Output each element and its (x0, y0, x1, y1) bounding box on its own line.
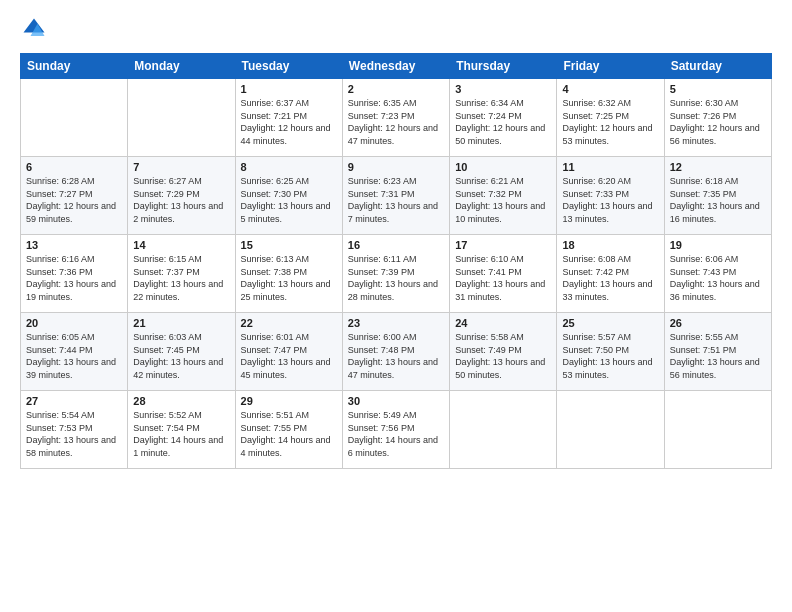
day-detail: Sunrise: 5:51 AM Sunset: 7:55 PM Dayligh… (241, 409, 337, 459)
calendar: SundayMondayTuesdayWednesdayThursdayFrid… (20, 53, 772, 469)
day-number: 5 (670, 83, 766, 95)
calendar-cell: 29Sunrise: 5:51 AM Sunset: 7:55 PM Dayli… (235, 391, 342, 469)
weekday-header-thursday: Thursday (450, 54, 557, 79)
weekday-header-saturday: Saturday (664, 54, 771, 79)
calendar-cell: 13Sunrise: 6:16 AM Sunset: 7:36 PM Dayli… (21, 235, 128, 313)
calendar-cell: 14Sunrise: 6:15 AM Sunset: 7:37 PM Dayli… (128, 235, 235, 313)
calendar-cell (557, 391, 664, 469)
day-number: 6 (26, 161, 122, 173)
calendar-cell: 16Sunrise: 6:11 AM Sunset: 7:39 PM Dayli… (342, 235, 449, 313)
day-number: 2 (348, 83, 444, 95)
day-detail: Sunrise: 6:20 AM Sunset: 7:33 PM Dayligh… (562, 175, 658, 225)
calendar-cell: 24Sunrise: 5:58 AM Sunset: 7:49 PM Dayli… (450, 313, 557, 391)
day-number: 3 (455, 83, 551, 95)
weekday-header-friday: Friday (557, 54, 664, 79)
day-number: 17 (455, 239, 551, 251)
logo (20, 15, 52, 43)
calendar-cell: 5Sunrise: 6:30 AM Sunset: 7:26 PM Daylig… (664, 79, 771, 157)
day-number: 13 (26, 239, 122, 251)
day-detail: Sunrise: 6:18 AM Sunset: 7:35 PM Dayligh… (670, 175, 766, 225)
day-number: 22 (241, 317, 337, 329)
day-number: 29 (241, 395, 337, 407)
calendar-cell (664, 391, 771, 469)
week-row-2: 6Sunrise: 6:28 AM Sunset: 7:27 PM Daylig… (21, 157, 772, 235)
day-detail: Sunrise: 5:52 AM Sunset: 7:54 PM Dayligh… (133, 409, 229, 459)
week-row-1: 1Sunrise: 6:37 AM Sunset: 7:21 PM Daylig… (21, 79, 772, 157)
day-detail: Sunrise: 5:54 AM Sunset: 7:53 PM Dayligh… (26, 409, 122, 459)
calendar-cell: 28Sunrise: 5:52 AM Sunset: 7:54 PM Dayli… (128, 391, 235, 469)
day-number: 23 (348, 317, 444, 329)
logo-icon (20, 15, 48, 43)
day-detail: Sunrise: 5:55 AM Sunset: 7:51 PM Dayligh… (670, 331, 766, 381)
day-number: 25 (562, 317, 658, 329)
day-number: 15 (241, 239, 337, 251)
calendar-cell: 10Sunrise: 6:21 AM Sunset: 7:32 PM Dayli… (450, 157, 557, 235)
calendar-cell: 20Sunrise: 6:05 AM Sunset: 7:44 PM Dayli… (21, 313, 128, 391)
day-detail: Sunrise: 6:01 AM Sunset: 7:47 PM Dayligh… (241, 331, 337, 381)
day-number: 24 (455, 317, 551, 329)
calendar-cell: 25Sunrise: 5:57 AM Sunset: 7:50 PM Dayli… (557, 313, 664, 391)
calendar-cell: 7Sunrise: 6:27 AM Sunset: 7:29 PM Daylig… (128, 157, 235, 235)
calendar-cell (128, 79, 235, 157)
calendar-cell: 8Sunrise: 6:25 AM Sunset: 7:30 PM Daylig… (235, 157, 342, 235)
day-number: 28 (133, 395, 229, 407)
week-row-3: 13Sunrise: 6:16 AM Sunset: 7:36 PM Dayli… (21, 235, 772, 313)
weekday-header-monday: Monday (128, 54, 235, 79)
day-number: 11 (562, 161, 658, 173)
calendar-cell: 4Sunrise: 6:32 AM Sunset: 7:25 PM Daylig… (557, 79, 664, 157)
calendar-cell: 11Sunrise: 6:20 AM Sunset: 7:33 PM Dayli… (557, 157, 664, 235)
day-detail: Sunrise: 6:08 AM Sunset: 7:42 PM Dayligh… (562, 253, 658, 303)
day-number: 14 (133, 239, 229, 251)
day-number: 9 (348, 161, 444, 173)
calendar-cell: 22Sunrise: 6:01 AM Sunset: 7:47 PM Dayli… (235, 313, 342, 391)
day-number: 20 (26, 317, 122, 329)
calendar-cell: 2Sunrise: 6:35 AM Sunset: 7:23 PM Daylig… (342, 79, 449, 157)
calendar-cell: 3Sunrise: 6:34 AM Sunset: 7:24 PM Daylig… (450, 79, 557, 157)
calendar-cell: 1Sunrise: 6:37 AM Sunset: 7:21 PM Daylig… (235, 79, 342, 157)
page: SundayMondayTuesdayWednesdayThursdayFrid… (0, 0, 792, 612)
weekday-header-row: SundayMondayTuesdayWednesdayThursdayFrid… (21, 54, 772, 79)
calendar-cell (450, 391, 557, 469)
calendar-cell: 18Sunrise: 6:08 AM Sunset: 7:42 PM Dayli… (557, 235, 664, 313)
day-number: 18 (562, 239, 658, 251)
day-detail: Sunrise: 6:35 AM Sunset: 7:23 PM Dayligh… (348, 97, 444, 147)
day-detail: Sunrise: 6:21 AM Sunset: 7:32 PM Dayligh… (455, 175, 551, 225)
day-number: 19 (670, 239, 766, 251)
weekday-header-wednesday: Wednesday (342, 54, 449, 79)
header (20, 15, 772, 43)
calendar-cell: 15Sunrise: 6:13 AM Sunset: 7:38 PM Dayli… (235, 235, 342, 313)
day-detail: Sunrise: 5:49 AM Sunset: 7:56 PM Dayligh… (348, 409, 444, 459)
day-number: 16 (348, 239, 444, 251)
day-detail: Sunrise: 6:10 AM Sunset: 7:41 PM Dayligh… (455, 253, 551, 303)
day-detail: Sunrise: 6:00 AM Sunset: 7:48 PM Dayligh… (348, 331, 444, 381)
calendar-cell: 27Sunrise: 5:54 AM Sunset: 7:53 PM Dayli… (21, 391, 128, 469)
day-detail: Sunrise: 6:15 AM Sunset: 7:37 PM Dayligh… (133, 253, 229, 303)
day-detail: Sunrise: 6:37 AM Sunset: 7:21 PM Dayligh… (241, 97, 337, 147)
weekday-header-sunday: Sunday (21, 54, 128, 79)
day-number: 27 (26, 395, 122, 407)
day-detail: Sunrise: 5:58 AM Sunset: 7:49 PM Dayligh… (455, 331, 551, 381)
day-detail: Sunrise: 6:11 AM Sunset: 7:39 PM Dayligh… (348, 253, 444, 303)
week-row-5: 27Sunrise: 5:54 AM Sunset: 7:53 PM Dayli… (21, 391, 772, 469)
day-number: 8 (241, 161, 337, 173)
day-detail: Sunrise: 6:05 AM Sunset: 7:44 PM Dayligh… (26, 331, 122, 381)
calendar-cell: 17Sunrise: 6:10 AM Sunset: 7:41 PM Dayli… (450, 235, 557, 313)
day-number: 4 (562, 83, 658, 95)
calendar-cell: 19Sunrise: 6:06 AM Sunset: 7:43 PM Dayli… (664, 235, 771, 313)
day-number: 10 (455, 161, 551, 173)
day-number: 12 (670, 161, 766, 173)
day-number: 21 (133, 317, 229, 329)
calendar-cell: 26Sunrise: 5:55 AM Sunset: 7:51 PM Dayli… (664, 313, 771, 391)
day-detail: Sunrise: 6:28 AM Sunset: 7:27 PM Dayligh… (26, 175, 122, 225)
calendar-cell: 23Sunrise: 6:00 AM Sunset: 7:48 PM Dayli… (342, 313, 449, 391)
day-detail: Sunrise: 6:25 AM Sunset: 7:30 PM Dayligh… (241, 175, 337, 225)
day-detail: Sunrise: 6:16 AM Sunset: 7:36 PM Dayligh… (26, 253, 122, 303)
weekday-header-tuesday: Tuesday (235, 54, 342, 79)
day-number: 26 (670, 317, 766, 329)
calendar-cell (21, 79, 128, 157)
calendar-cell: 9Sunrise: 6:23 AM Sunset: 7:31 PM Daylig… (342, 157, 449, 235)
day-detail: Sunrise: 5:57 AM Sunset: 7:50 PM Dayligh… (562, 331, 658, 381)
calendar-cell: 30Sunrise: 5:49 AM Sunset: 7:56 PM Dayli… (342, 391, 449, 469)
calendar-cell: 6Sunrise: 6:28 AM Sunset: 7:27 PM Daylig… (21, 157, 128, 235)
day-number: 30 (348, 395, 444, 407)
